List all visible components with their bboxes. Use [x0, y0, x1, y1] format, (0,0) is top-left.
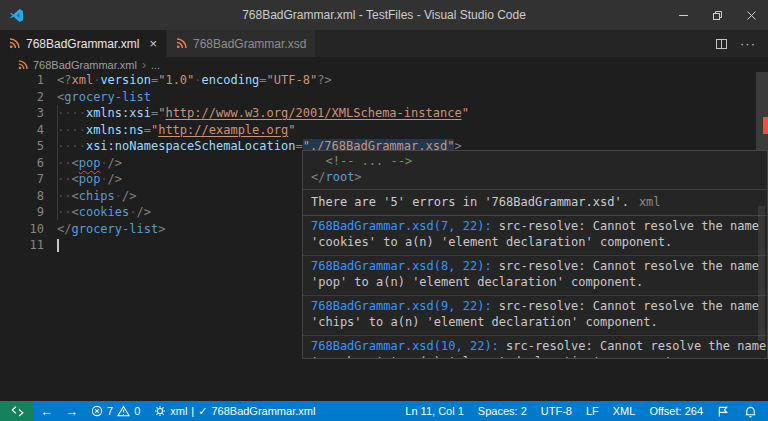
status-item[interactable]: Spaces: 2 — [471, 401, 534, 421]
editor[interactable]: 1<?xml·version="1.0"·encoding="UTF-8"?>2… — [0, 72, 768, 401]
text-cursor — [57, 239, 59, 252]
tab-768badgrammar-xml[interactable]: 768BadGrammar.xml × — [0, 30, 167, 57]
gear-icon — [154, 405, 166, 417]
check-icon: ✓ — [198, 405, 207, 418]
back-button[interactable]: ← — [34, 404, 59, 419]
error-icon — [91, 405, 103, 417]
overview-ruler-error-mark — [763, 117, 768, 134]
xml-language-status[interactable]: xml | ✓ 768BadGrammar.xml — [147, 401, 322, 421]
tab-label: 768BadGrammar.xml — [26, 37, 139, 51]
window-title: 768BadGrammar.xml - TestFiles - Visual S… — [0, 8, 768, 22]
diagnostic-entry: 768BadGrammar.xsd(7, 22): src-resolve: C… — [303, 216, 767, 255]
forward-button[interactable]: → — [59, 404, 84, 419]
remote-indicator[interactable] — [0, 401, 34, 421]
tab-close-icon[interactable]: × — [149, 37, 157, 50]
notifications-button[interactable] — [737, 401, 764, 421]
breadcrumb-file[interactable]: 768BadGrammar.xml — [33, 59, 137, 71]
restore-button[interactable] — [700, 0, 734, 30]
more-actions-icon[interactable]: ··· — [740, 36, 756, 51]
close-button[interactable] — [734, 0, 768, 30]
status-right: Ln 11, Col 1Spaces: 2UTF-8LFXMLOffset: 2… — [398, 401, 710, 421]
tab-label: 768BadGrammar.xsd — [193, 37, 306, 51]
hover-code: <!-- ... --></root> — [303, 151, 767, 190]
language-label: xml — [170, 405, 187, 417]
hover-language-tag: xml — [639, 195, 661, 209]
status-item[interactable]: XML — [606, 401, 643, 421]
tab-bar: 768BadGrammar.xml × 768BadGrammar.xsd ··… — [0, 30, 768, 57]
diagnostic-entry: 768BadGrammar.xsd(8, 22): src-resolve: C… — [303, 255, 767, 295]
diagnostic-link[interactable]: 768BadGrammar.xsd(9, 22): — [311, 299, 492, 313]
diagnostic-link[interactable]: 768BadGrammar.xsd(7, 22): — [311, 219, 492, 233]
title-bar: 768BadGrammar.xml - TestFiles - Visual S… — [0, 0, 768, 30]
chevron-right-icon: › — [142, 58, 146, 72]
status-item[interactable]: LF — [579, 401, 606, 421]
feedback-icon — [717, 405, 730, 418]
diagnostic-entry: 768BadGrammar.xsd(10, 22): src-resolve: … — [303, 335, 767, 359]
xsd-file-icon — [176, 38, 187, 49]
editor-scrollbar[interactable] — [756, 72, 768, 150]
breadcrumb-ellipsis[interactable]: ... — [151, 59, 160, 71]
feedback-button[interactable] — [710, 401, 737, 421]
code-line: 1<?xml·version="1.0"·encoding="UTF-8"?> — [0, 72, 768, 89]
status-item[interactable]: UTF-8 — [534, 401, 579, 421]
remote-icon — [11, 405, 24, 418]
hover-summary: There are '5' errors in '768BadGrammar.x… — [303, 190, 767, 216]
breadcrumb-file-icon — [18, 60, 28, 70]
indent-guide — [57, 105, 58, 220]
status-divider: | — [191, 405, 194, 417]
hover-errors: 768BadGrammar.xsd(7, 22): src-resolve: C… — [303, 216, 767, 359]
status-bar: ← → 7 0 xml | ✓ 768BadGrammar.xml Ln 11,… — [0, 401, 768, 421]
warning-icon — [117, 405, 130, 417]
problems-indicator[interactable]: 7 0 — [84, 401, 147, 421]
code-line: 2<grocery-list — [0, 89, 768, 106]
bell-icon — [744, 405, 757, 418]
code-line: 4····xmlns:ns="http://example.org" — [0, 122, 768, 139]
warning-count: 0 — [134, 405, 140, 417]
xml-file-icon — [9, 38, 20, 49]
hover-tooltip: <!-- ... --></root> There are '5' errors… — [302, 150, 768, 359]
vscode-logo-icon — [9, 8, 24, 23]
hover-scrollbar[interactable] — [758, 206, 765, 341]
diagnostic-link[interactable]: 768BadGrammar.xsd(10, 22): — [311, 339, 499, 353]
minimize-button[interactable] — [666, 0, 700, 30]
error-count: 7 — [107, 405, 113, 417]
diagnostic-entry: 768BadGrammar.xsd(9, 22): src-resolve: C… — [303, 295, 767, 335]
tab-768badgrammar-xsd[interactable]: 768BadGrammar.xsd — [167, 30, 316, 57]
vscode-window: 768BadGrammar.xml - TestFiles - Visual S… — [0, 0, 768, 421]
status-item[interactable]: Ln 11, Col 1 — [398, 401, 471, 421]
breadcrumb[interactable]: 768BadGrammar.xml › ... — [0, 57, 768, 72]
split-editor-icon[interactable] — [715, 38, 728, 50]
validated-file: 768BadGrammar.xml — [211, 405, 315, 417]
code-line: 3····xmlns:xsi="http://www.w3.org/2001/X… — [0, 105, 768, 122]
status-item[interactable]: Offset: 264 — [642, 401, 710, 421]
diagnostic-link[interactable]: 768BadGrammar.xsd(8, 22): — [311, 259, 492, 273]
